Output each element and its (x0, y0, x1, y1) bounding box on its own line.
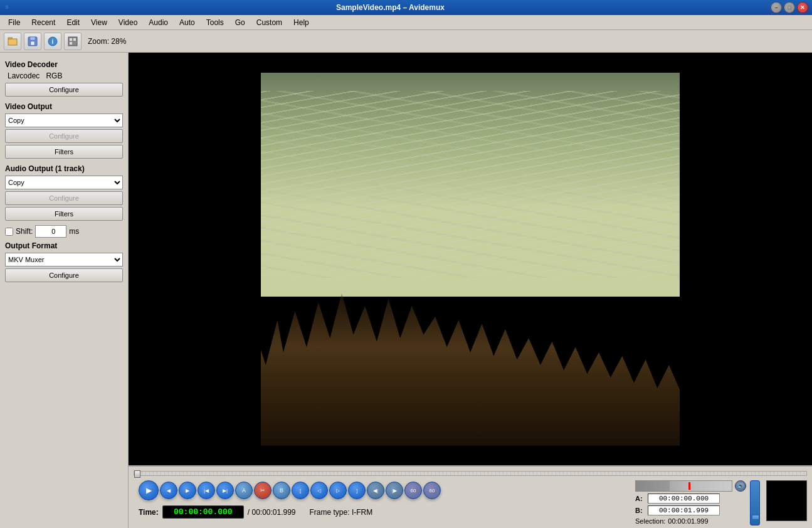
menu-audio[interactable]: Audio (143, 16, 174, 29)
volume-row: 🔊 (635, 480, 746, 492)
timeline-position-marker[interactable] (134, 470, 140, 478)
shift-input[interactable] (35, 225, 66, 238)
transport-controls: ▶ ◀ ▶ |◀ ▶| A ✂ B [ ◁ ▷ ] ◀| |▶ (134, 479, 630, 503)
video-output-select[interactable]: Copy MPEG-4 AVC MPEG-4 ASP x264 (5, 114, 123, 127)
go-begin-button[interactable]: |◀ (198, 482, 215, 499)
zoom-level: Zoom: 28% (88, 37, 126, 46)
next-frame-button[interactable]: |▶ (386, 482, 403, 499)
configure-audio-button[interactable]: Configure (5, 191, 123, 205)
time-row: Time: 00:00:00.000 / 00:00:01.999 Frame … (134, 504, 630, 521)
current-time-display: 00:00:00.000 (162, 505, 244, 519)
volume-peak-indicator (688, 482, 690, 490)
decoder-info: Lavcodec RGB (5, 71, 123, 80)
marker-a-timecode: 00:00:00.000 (648, 494, 720, 504)
cloud-texture (178, 91, 762, 278)
marker-b-label: B: (635, 507, 645, 514)
play-button[interactable]: ▶ (139, 480, 159, 500)
cut-button[interactable]: ✂ (254, 482, 272, 499)
timecode-b-row: B: 00:00:01.999 (635, 505, 746, 515)
menu-auto[interactable]: Auto (174, 16, 201, 29)
main-layout: Video Decoder Lavcodec RGB Configure Vid… (0, 53, 812, 528)
marker-b-button[interactable]: B (273, 482, 290, 499)
svg-rect-4 (31, 41, 34, 45)
shift-unit: ms (69, 227, 79, 236)
volume-icon[interactable]: 🔊 (735, 480, 746, 492)
step-fwd-60-button[interactable]: 60 (423, 482, 441, 499)
fast-forward-button[interactable]: ▶ (179, 482, 196, 499)
video-decoder-title: Video Decoder (5, 60, 123, 69)
time-label: Time: (139, 508, 159, 517)
prev-cut-button[interactable]: ◁ (310, 482, 328, 499)
selection-label: Selection: (635, 517, 665, 525)
configure-decoder-button[interactable]: Configure (5, 83, 123, 97)
cloud-layer (178, 91, 762, 278)
menu-video[interactable]: Video (113, 16, 143, 29)
timeline-row[interactable] (134, 469, 807, 478)
sidebar: Video Decoder Lavcodec RGB Configure Vid… (0, 53, 129, 528)
audio-output-title: Audio Output (1 track) (5, 164, 123, 173)
maximize-button[interactable]: □ (784, 2, 795, 13)
svg-marker-1 (8, 38, 13, 39)
filters-video-button[interactable]: Filters (5, 145, 123, 159)
shift-checkbox[interactable] (5, 228, 13, 236)
menu-help[interactable]: Help (288, 16, 315, 29)
window-title: SampleVideo.mp4 – Avidemux (10, 3, 771, 12)
title-bar: ⠿ SampleVideo.mp4 – Avidemux – □ ✕ (0, 0, 812, 15)
selection-value: 00:00:01.999 (668, 517, 708, 525)
menu-tools[interactable]: Tools (201, 16, 229, 29)
svg-rect-0 (8, 39, 17, 45)
marker-a-button[interactable]: A (235, 482, 253, 499)
bottom-panel: ▶ ◀ ▶ |◀ ▶| A ✂ B [ ◁ ▷ ] ◀| |▶ (129, 465, 812, 528)
minimize-button[interactable]: – (771, 2, 782, 13)
rewind-button[interactable]: ◀ (160, 482, 177, 499)
menu-recent[interactable]: Recent (26, 16, 61, 29)
next-cut-button[interactable]: ▷ (329, 482, 347, 499)
shift-label: Shift: (16, 227, 33, 236)
drag-handle: ⠿ (4, 4, 10, 12)
volume-bar[interactable] (635, 480, 732, 492)
svg-rect-9 (73, 38, 76, 41)
menu-edit[interactable]: Edit (61, 16, 85, 29)
configure-format-button[interactable]: Configure (5, 268, 123, 282)
close-button[interactable]: ✕ (797, 2, 808, 13)
filters-audio-button[interactable]: Filters (5, 207, 123, 221)
go-marker-a-button[interactable]: [ (292, 482, 309, 499)
frame-type-display: Frame type: I-FRM (310, 508, 373, 517)
selection-row: Selection: 00:00:01.999 (635, 517, 746, 525)
volume-slider-thumb[interactable] (752, 515, 759, 520)
menu-go[interactable]: Go (229, 16, 251, 29)
video-area (129, 53, 812, 465)
lavcodec-label: Lavcodec (8, 71, 40, 80)
black-pillar-left (178, 73, 261, 446)
toolbar-open-button[interactable] (4, 33, 21, 50)
output-format-select[interactable]: MKV Muxer AVI Muxer MP4 Muxer (5, 253, 123, 267)
video-output-title: Video Output (5, 102, 123, 111)
go-marker-b-button[interactable]: ] (348, 482, 366, 499)
toolbar-properties-button[interactable] (64, 33, 82, 50)
toolbar-save-button[interactable] (24, 33, 41, 50)
prev-frame-button[interactable]: ◀| (367, 482, 384, 499)
toolbar-info-button[interactable]: i (44, 33, 61, 50)
volume-slider[interactable] (750, 480, 760, 525)
menu-file[interactable]: File (3, 16, 26, 29)
menu-view[interactable]: View (85, 16, 113, 29)
go-end-button[interactable]: ▶| (216, 482, 234, 499)
marker-b-timecode: 00:00:01.999 (648, 505, 720, 515)
video-frame (178, 73, 762, 446)
step-back-60-button[interactable]: 60 (404, 482, 422, 499)
timeline-track[interactable] (134, 471, 807, 476)
configure-video-button[interactable]: Configure (5, 129, 123, 143)
svg-rect-10 (70, 42, 72, 45)
black-pillar-right (680, 73, 762, 446)
svg-text:i: i (52, 38, 54, 45)
timecode-a-row: A: 00:00:00.000 (635, 494, 746, 504)
rgb-label: RGB (46, 71, 62, 80)
marker-a-label: A: (635, 495, 645, 502)
shift-row: Shift: ms (5, 225, 123, 238)
window-controls: – □ ✕ (771, 2, 808, 13)
toolbar: i Zoom: 28% (0, 30, 812, 53)
audio-output-select[interactable]: Copy AAC MP3 AC3 (5, 176, 123, 189)
menu-custom[interactable]: Custom (251, 16, 288, 29)
svg-rect-3 (30, 37, 35, 40)
preview-thumbnail (766, 480, 807, 521)
